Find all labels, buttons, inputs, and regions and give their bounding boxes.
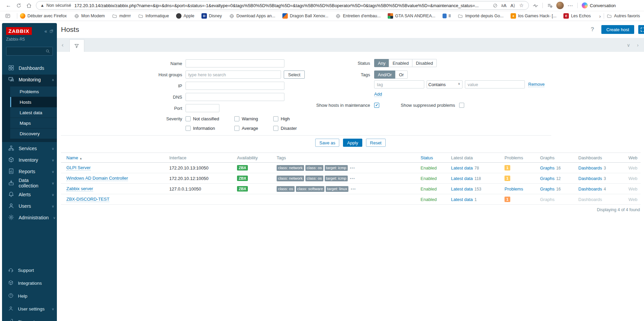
tag-chip[interactable]: class: network bbox=[277, 165, 304, 171]
sidebar-item-monitoring[interactable]: Monitoring∧ bbox=[2, 75, 57, 85]
bookmark-item[interactable]: ELes Echos bbox=[563, 13, 591, 19]
sidebar-search-input[interactable] bbox=[9, 48, 45, 54]
filter-next-chevron-icon[interactable]: › bbox=[637, 42, 639, 48]
sidebar-item-sign-out[interactable]: Sign out bbox=[2, 315, 57, 321]
address-bar[interactable]: ▲ Non sécurisé 172.20.10.14/zabbix/zabbi… bbox=[36, 1, 529, 10]
status-option-any[interactable]: Any bbox=[374, 59, 389, 67]
help-icon[interactable]: ? bbox=[591, 26, 594, 33]
name-input[interactable] bbox=[186, 59, 284, 67]
status-option-disabled[interactable]: Disabled bbox=[412, 59, 437, 67]
tag-chip[interactable]: class: network bbox=[277, 176, 304, 181]
host-name-link[interactable]: GLPI Server bbox=[66, 165, 91, 170]
zabbix-logo[interactable]: ZABBIX bbox=[6, 27, 32, 35]
bookmark-item[interactable]: GTA SAN ANDREA... bbox=[388, 13, 435, 19]
sidebar-item-integrations[interactable]: Integrations bbox=[2, 277, 57, 289]
severity-checkbox-high[interactable] bbox=[273, 116, 278, 121]
tag-chip[interactable]: class: os bbox=[305, 165, 323, 171]
bookmarks-overflow-chevron[interactable]: › bbox=[599, 13, 601, 19]
sidebar-hide-icon[interactable] bbox=[49, 29, 53, 33]
latest-data-link[interactable]: Latest data bbox=[451, 165, 473, 170]
availability-badge[interactable]: ZBX bbox=[237, 176, 248, 181]
tags-operator-option-or[interactable]: Or bbox=[395, 71, 407, 79]
severity-checkbox-disaster[interactable] bbox=[273, 126, 278, 131]
problems-badge[interactable]: 1 bbox=[505, 176, 510, 181]
tag-chip[interactable]: class: os bbox=[305, 176, 323, 181]
tag-chip[interactable]: class: os bbox=[277, 186, 295, 192]
bookmark-item[interactable]: Débuter avec Firefox bbox=[20, 13, 67, 19]
reading-list-icon[interactable] bbox=[3, 11, 13, 21]
bookmark-item[interactable]: Informatique bbox=[138, 13, 169, 19]
security-label[interactable]: Non sécurisé bbox=[46, 3, 71, 8]
apply-button[interactable]: Apply bbox=[343, 139, 362, 147]
severity-checkbox-not-classified[interactable] bbox=[186, 116, 191, 121]
kiosk-mode-button[interactable] bbox=[638, 25, 644, 34]
sidebar-item-data-collection[interactable]: Data collection∨ bbox=[2, 178, 57, 188]
dashboards-link[interactable]: Dashboards bbox=[578, 186, 602, 192]
sidebar-subitem-maps[interactable]: Maps bbox=[10, 118, 57, 128]
problems-link[interactable]: Problems bbox=[505, 186, 523, 192]
latest-data-link[interactable]: Latest data bbox=[451, 186, 473, 192]
dashboards-link[interactable]: Dashboards bbox=[578, 165, 602, 170]
tags-operator-option-and-or[interactable]: And/Or bbox=[374, 71, 395, 79]
dns-input[interactable] bbox=[186, 93, 284, 101]
filter-prev-chevron-icon[interactable]: ‹ bbox=[62, 42, 64, 48]
severity-checkbox-average[interactable] bbox=[234, 126, 239, 131]
sidebar-item-user-settings[interactable]: User settings∨ bbox=[2, 302, 57, 315]
home-icon[interactable] bbox=[24, 1, 34, 10]
graphs-link[interactable]: Graphs bbox=[540, 176, 555, 181]
sidebar-item-support[interactable]: Support bbox=[2, 264, 57, 277]
show-suppressed-problems-checkbox[interactable] bbox=[459, 103, 464, 108]
host-status[interactable]: Enabled bbox=[421, 186, 437, 192]
status-option-enabled[interactable]: Enabled bbox=[389, 59, 412, 67]
sidebar-search[interactable] bbox=[6, 47, 53, 56]
column-header-status[interactable]: Status bbox=[421, 155, 451, 160]
favorites-list-icon[interactable] bbox=[545, 1, 555, 10]
read-aloud-icon[interactable]: A) bbox=[508, 1, 517, 9]
availability-badge[interactable]: ZBX bbox=[237, 186, 248, 192]
sidebar-item-inventory[interactable]: Inventory∨ bbox=[2, 155, 57, 165]
port-input[interactable] bbox=[186, 104, 219, 112]
bookmark-item[interactable]: Download Apps an... bbox=[229, 13, 275, 19]
create-host-button[interactable]: Create host bbox=[601, 25, 634, 34]
severity-checkbox-information[interactable] bbox=[186, 126, 191, 131]
favorite-star-icon[interactable]: ☆ bbox=[517, 1, 526, 9]
sidebar-item-reports[interactable]: Reports∨ bbox=[2, 166, 57, 177]
url-text[interactable]: 172.20.10.14/zabbix/zabbix.php?name=&ip=… bbox=[74, 3, 491, 8]
bookmark-item[interactable]: Il bbox=[443, 14, 451, 18]
profile-avatar[interactable] bbox=[556, 2, 564, 9]
tag-value-input[interactable] bbox=[465, 80, 525, 88]
sidebar-subitem-discovery[interactable]: Discovery bbox=[10, 128, 57, 139]
sidebar-item-administration[interactable]: Administration∨ bbox=[2, 213, 57, 223]
availability-badge[interactable]: ZBX bbox=[237, 165, 248, 170]
host-status[interactable]: Enabled bbox=[421, 197, 437, 202]
tags-more-button[interactable]: ••• bbox=[350, 177, 355, 180]
latest-data-link[interactable]: Latest data bbox=[451, 197, 473, 202]
back-icon[interactable]: ← bbox=[3, 1, 14, 10]
translate-icon[interactable]: aA bbox=[499, 1, 508, 9]
problems-badge[interactable]: 1 bbox=[505, 165, 510, 170]
sidebar-item-services[interactable]: Services∨ bbox=[2, 143, 57, 154]
sidebar-item-alerts[interactable]: Alerts∨ bbox=[2, 189, 57, 200]
bookmark-item[interactable]: Apple bbox=[176, 13, 194, 19]
severity-checkbox-warning[interactable] bbox=[234, 116, 239, 121]
tag-chip[interactable]: target: icmp bbox=[325, 165, 348, 171]
tag-name-input[interactable] bbox=[374, 80, 424, 88]
bookmark-item[interactable]: Importé depuis Go... bbox=[458, 13, 503, 19]
host-name-link[interactable]: Zabbix server bbox=[66, 186, 93, 192]
copilot-button[interactable]: Conversation bbox=[582, 2, 619, 8]
browser-menu-icon[interactable]: ⋯ bbox=[565, 1, 575, 10]
sidebar-subitem-problems[interactable]: Problems bbox=[10, 86, 57, 97]
host-name-link[interactable]: ZBX-DISCORD-TEST bbox=[66, 197, 109, 202]
tag-chip[interactable]: target: icmp bbox=[325, 176, 348, 181]
browser-essentials-icon[interactable] bbox=[530, 1, 540, 10]
other-favorites-button[interactable]: Autres favoris bbox=[607, 13, 640, 19]
host-status[interactable]: Enabled bbox=[421, 165, 437, 170]
dashboards-link[interactable]: Dashboards bbox=[578, 176, 602, 181]
tag-chip[interactable]: target: linux bbox=[326, 186, 348, 192]
graphs-link[interactable]: Graphs bbox=[540, 165, 555, 170]
tag-operator-select[interactable]: Contains bbox=[427, 80, 463, 88]
sidebar-subitem-hosts[interactable]: Hosts bbox=[10, 97, 57, 107]
bookmark-item[interactable]: Dragon Ball Xenov... bbox=[282, 13, 328, 19]
bookmark-item[interactable]: DDisney bbox=[201, 13, 222, 19]
immersive-reader-icon[interactable] bbox=[491, 1, 499, 9]
